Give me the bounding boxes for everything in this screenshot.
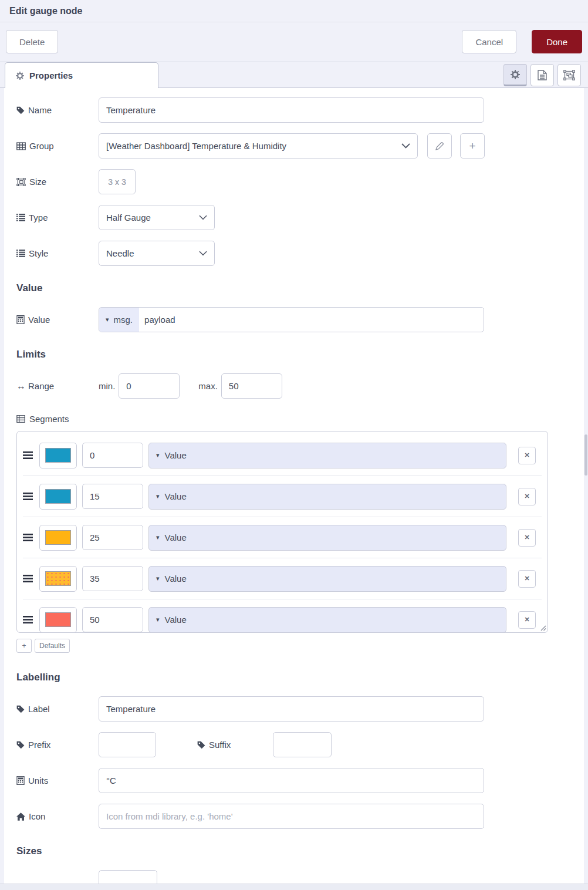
description-icon-button[interactable]: [530, 64, 554, 86]
drag-handle-icon[interactable]: [23, 451, 35, 459]
drag-handle-icon[interactable]: [23, 616, 35, 623]
section-value-heading: Value: [16, 282, 584, 294]
list-icon: [16, 214, 25, 221]
name-input[interactable]: [99, 97, 484, 123]
segment-value-input[interactable]: [82, 566, 143, 591]
remove-segment-button[interactable]: ✕: [518, 570, 536, 588]
drag-handle-icon[interactable]: [23, 534, 35, 541]
add-segment-button[interactable]: +: [16, 639, 32, 653]
segment-value-input[interactable]: [82, 607, 143, 632]
segment-type-select[interactable]: ▾ Value: [148, 484, 506, 510]
resize-handle[interactable]: [539, 623, 546, 631]
tag-icon: [16, 705, 25, 713]
segment-color-swatch: [45, 612, 71, 627]
chevron-down-icon: [199, 251, 207, 256]
add-group-button[interactable]: +: [460, 133, 485, 159]
properties-panel: Name Group [Weather Dashboard] Temperatu…: [4, 88, 584, 884]
segment-color-button[interactable]: [39, 566, 77, 592]
segment-type-select[interactable]: ▾ Value: [148, 443, 506, 468]
label-label: Label: [16, 704, 99, 714]
type-row: Type Half Gauge: [16, 205, 584, 230]
segment-type-select[interactable]: ▾ Value: [148, 566, 506, 592]
value-type-selector[interactable]: ▾ msg.: [99, 308, 139, 332]
delete-button[interactable]: Delete: [6, 30, 58, 53]
dialog-footer-bar: [0, 884, 588, 890]
sizes-partial-input[interactable]: [99, 870, 157, 884]
section-sizes-heading: Sizes: [16, 845, 584, 857]
segment-type-label: Value: [165, 615, 187, 625]
segment-type-select[interactable]: ▾ Value: [148, 607, 506, 633]
properties-icon-button[interactable]: [503, 64, 527, 86]
object-group-icon: [16, 178, 26, 186]
icon-input[interactable]: [99, 804, 484, 829]
drag-handle-icon[interactable]: [23, 575, 35, 582]
value-type-label: msg.: [114, 315, 133, 325]
name-row: Name: [16, 97, 584, 123]
tab-properties[interactable]: Properties: [5, 62, 158, 88]
units-input[interactable]: [99, 768, 484, 793]
label-input[interactable]: [99, 696, 484, 722]
segment-type-label: Value: [165, 450, 187, 460]
size-label: Size: [16, 177, 99, 187]
size-button[interactable]: 3 x 3: [99, 169, 136, 194]
segment-type-select[interactable]: ▾ Value: [148, 525, 506, 551]
segment-color-button[interactable]: [39, 443, 77, 468]
range-max-input[interactable]: [221, 373, 282, 399]
table-icon: [16, 142, 26, 150]
suffix-input[interactable]: [273, 732, 332, 757]
section-limits-heading: Limits: [16, 349, 584, 360]
plus-icon: +: [469, 140, 475, 153]
file-text-icon: [538, 70, 547, 80]
segment-color-button[interactable]: [39, 525, 77, 551]
icon-row: Icon: [16, 804, 584, 829]
type-label: Type: [16, 213, 99, 222]
scrollbar-thumb[interactable]: [584, 434, 587, 476]
segments-footer: + Defaults: [16, 639, 584, 653]
segment-value-input[interactable]: [82, 443, 143, 468]
prefix-input[interactable]: [99, 732, 156, 757]
drag-handle-icon[interactable]: [23, 493, 35, 500]
value-row: Value ▾ msg. payload: [16, 307, 584, 332]
caret-down-icon: ▾: [156, 451, 160, 459]
tab-icon-group: [503, 64, 581, 86]
segment-color-button[interactable]: [39, 484, 77, 510]
gear-icon: [16, 72, 24, 80]
type-selected-value: Half Gauge: [106, 213, 199, 222]
edit-group-button[interactable]: [427, 133, 452, 159]
dialog-button-bar: Delete Cancel Done: [0, 22, 588, 62]
segment-color-button[interactable]: [39, 607, 77, 633]
value-property-input[interactable]: payload: [139, 315, 181, 325]
calculator-icon: [16, 315, 25, 324]
units-row: Units: [16, 768, 584, 793]
remove-segment-button[interactable]: ✕: [518, 447, 536, 464]
style-select[interactable]: Needle: [99, 241, 215, 266]
tag-icon: [16, 741, 25, 749]
object-group-icon: [563, 70, 575, 80]
segment-row: ▾ Value ✕: [23, 558, 542, 599]
arrows-horizontal-icon: ↔: [16, 381, 26, 392]
remove-segment-button[interactable]: ✕: [518, 488, 536, 505]
cancel-button[interactable]: Cancel: [462, 30, 516, 53]
pencil-icon: [435, 142, 444, 150]
range-min-input[interactable]: [119, 373, 180, 399]
group-label: Group: [16, 141, 99, 151]
segment-value-input[interactable]: [82, 525, 143, 550]
icon-label: Icon: [16, 811, 99, 821]
value-typed-input[interactable]: ▾ msg. payload: [99, 307, 484, 332]
remove-segment-button[interactable]: ✕: [518, 529, 536, 547]
segment-type-label: Value: [165, 491, 187, 501]
segment-row: ▾ Value ✕: [23, 599, 542, 633]
group-select[interactable]: [Weather Dashboard] Temperature & Humidi…: [99, 133, 418, 159]
suffix-label: Suffix: [197, 740, 231, 750]
type-select[interactable]: Half Gauge: [99, 205, 215, 230]
defaults-button[interactable]: Defaults: [35, 639, 70, 653]
caret-down-icon: ▾: [156, 575, 160, 582]
done-button[interactable]: Done: [532, 30, 582, 53]
remove-segment-button[interactable]: ✕: [518, 611, 536, 629]
segments-container: ▾ Value ✕ ▾ Value ✕ ▾ Value ✕: [16, 431, 548, 633]
segment-value-input[interactable]: [82, 484, 143, 509]
appearance-icon-button[interactable]: [557, 64, 581, 86]
style-label: Style: [16, 248, 99, 258]
chevron-down-icon: [199, 215, 207, 220]
segment-color-swatch: [45, 530, 71, 545]
